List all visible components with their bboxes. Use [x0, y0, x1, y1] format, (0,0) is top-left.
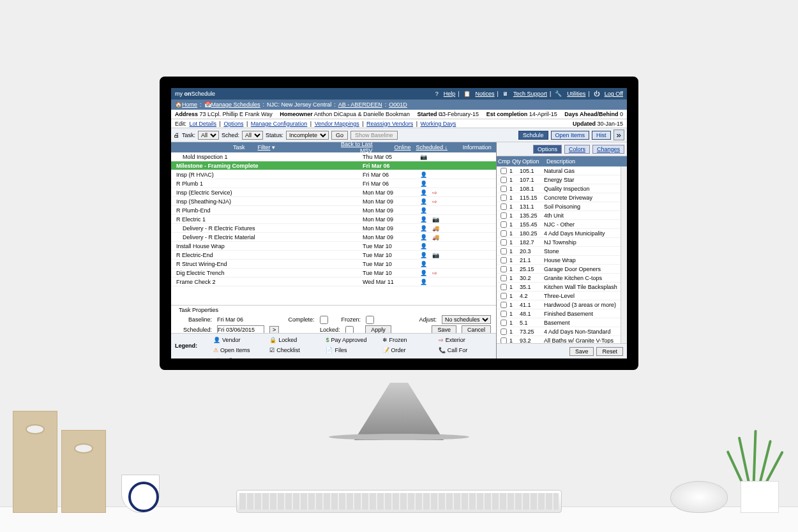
option-row[interactable]: 141.1Hardwood (3 areas or more)	[497, 300, 627, 309]
tab-changes[interactable]: Changes	[592, 145, 624, 154]
option-row[interactable]: 193.2All Baths w/ Granite V-Tops	[497, 336, 627, 343]
task-row[interactable]: R Struct Wiring-EndTue Mar 10👤	[171, 260, 496, 269]
task-list[interactable]: Mold Inspection 1Thu Mar 05📷Milestone - …	[171, 152, 496, 307]
task-filter-select[interactable]: All	[198, 131, 219, 140]
task-row[interactable]: Insp (R HVAC)Fri Mar 06👤	[171, 170, 496, 179]
option-complete-checkbox[interactable]	[501, 230, 507, 237]
option-complete-checkbox[interactable]	[501, 275, 507, 281]
task-row[interactable]: R Electric-EndTue Mar 10👤📷	[171, 251, 496, 260]
task-row[interactable]: Install House WrapTue Mar 10👤	[171, 242, 496, 251]
crumb-site[interactable]: AB - ABERDEEN	[338, 101, 382, 108]
tab-schedule[interactable]: Schdule	[518, 131, 548, 140]
task-name: R Struct Wiring-End	[174, 261, 363, 267]
option-row[interactable]: 1131.1Soil Poisoning	[497, 202, 627, 211]
option-row[interactable]: 1135.254th Unit	[497, 211, 627, 220]
utilities-link[interactable]: Utilities	[567, 91, 585, 97]
task-row[interactable]: Milestone - Framing CompleteFri Mar 06	[171, 161, 496, 170]
filter-link[interactable]: Filter	[258, 144, 271, 151]
tab-colors[interactable]: Colors	[564, 145, 590, 154]
option-row[interactable]: 1180.254 Add Days Municipality	[497, 229, 627, 238]
vendor-icon: 👤	[420, 261, 427, 267]
filter-icon[interactable]: ▾	[272, 144, 275, 151]
printer-icon[interactable]: 🖨	[174, 132, 179, 138]
option-complete-checkbox[interactable]	[501, 337, 507, 344]
adjust-select[interactable]: No schedules	[442, 315, 491, 324]
option-complete-checkbox[interactable]	[501, 239, 507, 246]
edit-link-vendor-mappings[interactable]: Vendor Mappings	[315, 121, 359, 127]
option-row[interactable]: 1108.1Quality Inspection	[497, 184, 627, 193]
option-row[interactable]: 125.15Garage Door Openers	[497, 265, 627, 274]
task-row[interactable]: Frame Check 2Wed Mar 11👤	[171, 277, 496, 286]
crumb-lot[interactable]: O001D	[389, 101, 407, 108]
task-row[interactable]: Insp (Electric Service)Mon Mar 09👤⇨	[171, 188, 496, 197]
task-row[interactable]: R Plumb 1Fri Mar 06👤	[171, 179, 496, 188]
option-complete-checkbox[interactable]	[501, 168, 507, 174]
option-complete-checkbox[interactable]	[501, 302, 507, 308]
options-reset-button[interactable]: Reset	[596, 347, 623, 356]
sched-filter-select[interactable]: All	[242, 131, 263, 140]
crumb-manage[interactable]: Manage Schedules	[211, 101, 260, 108]
option-complete-checkbox[interactable]	[501, 248, 507, 255]
task-row[interactable]: R Plumb-EndMon Mar 09👤	[171, 206, 496, 215]
show-baseline-button[interactable]: Show Baseline	[350, 131, 398, 140]
edit-link-reassign-vendors[interactable]: Reassign Vendors	[366, 121, 413, 127]
crumb-home[interactable]: Home	[182, 101, 197, 108]
tab-open-items[interactable]: Open Items	[551, 131, 590, 140]
option-row[interactable]: 121.1House Wrap	[497, 256, 627, 265]
options-list[interactable]: 1105.1Natural Gas1107.1Energy Star1108.1…	[497, 166, 627, 343]
notices-link[interactable]: Notices	[476, 91, 495, 97]
edit-link-manage-configuration[interactable]: Manage Configuration	[251, 121, 308, 127]
option-complete-checkbox[interactable]	[501, 186, 507, 192]
option-row[interactable]: 148.1Finished Basement	[497, 309, 627, 318]
col-scheduled[interactable]: Scheduled ↓	[416, 144, 448, 151]
col-online[interactable]: Online	[394, 144, 410, 151]
option-complete-checkbox[interactable]	[501, 320, 507, 326]
scrollbar[interactable]	[621, 166, 627, 343]
option-complete-checkbox[interactable]	[501, 284, 507, 290]
complete-checkbox[interactable]	[320, 316, 328, 324]
option-row[interactable]: 1105.1Natural Gas	[497, 166, 627, 175]
task-row[interactable]: Insp (Sheathing-NJA)Mon Mar 09👤⇨	[171, 197, 496, 206]
option-row[interactable]: 15.1Basement	[497, 318, 627, 327]
edit-link-options[interactable]: Options	[223, 121, 243, 127]
expand-right-arrow[interactable]: »	[614, 129, 624, 140]
option-complete-checkbox[interactable]	[501, 212, 507, 219]
option-complete-checkbox[interactable]	[501, 311, 507, 317]
logoff-link[interactable]: Log Off	[605, 91, 623, 97]
option-row[interactable]: 14.2Three-Level	[497, 292, 627, 300]
option-complete-checkbox[interactable]	[501, 221, 507, 228]
option-row[interactable]: 120.3Stone	[497, 247, 627, 256]
option-row[interactable]: 1182.7NJ Township	[497, 238, 627, 247]
edit-link-lot-details[interactable]: Lot Details	[190, 121, 217, 127]
option-complete-checkbox[interactable]	[501, 329, 507, 335]
edit-link-working-days[interactable]: Working Days	[420, 121, 456, 127]
back-to-last-msv-link[interactable]: Back to Last MSV	[341, 141, 373, 154]
tab-options[interactable]: Options	[533, 145, 562, 154]
option-row[interactable]: 130.2Granite Kitchen C-tops	[497, 274, 627, 283]
option-complete-checkbox[interactable]	[501, 177, 507, 183]
prop-mug	[121, 475, 160, 513]
option-desc: 4th Unit	[544, 212, 626, 219]
tech-support-link[interactable]: Tech Support	[513, 91, 547, 97]
task-row[interactable]: Delivery - R Electric MaterialMon Mar 09…	[171, 233, 496, 242]
option-row[interactable]: 1107.1Energy Star	[497, 175, 627, 184]
option-row[interactable]: 135.1Kitchen Wall Tile Backsplash	[497, 283, 627, 292]
option-row[interactable]: 1115.15Concrete Driveway	[497, 193, 627, 202]
help-link[interactable]: Help	[444, 91, 456, 97]
task-row[interactable]: Dig Electric TrenchTue Mar 10👤⇨	[171, 269, 496, 277]
option-complete-checkbox[interactable]	[501, 293, 507, 299]
status-filter-select[interactable]: Incomplete	[286, 131, 329, 140]
option-complete-checkbox[interactable]	[501, 195, 507, 201]
tab-history[interactable]: Hist	[592, 131, 611, 140]
options-save-button[interactable]: Save	[569, 347, 594, 356]
option-complete-checkbox[interactable]	[501, 257, 507, 263]
option-complete-checkbox[interactable]	[501, 266, 507, 272]
task-row[interactable]: R Electric 1Mon Mar 09👤📷	[171, 215, 496, 224]
go-button[interactable]: Go	[331, 131, 348, 140]
frozen-checkbox[interactable]	[366, 316, 374, 324]
task-row[interactable]: Mold Inspection 1Thu Mar 05📷	[171, 152, 496, 161]
option-complete-checkbox[interactable]	[501, 203, 507, 210]
option-row[interactable]: 173.254 Add Days Non-Standard	[497, 327, 627, 336]
option-row[interactable]: 1155.45NJC - Other	[497, 220, 627, 229]
task-row[interactable]: Delivery - R Electric FixturesMon Mar 09…	[171, 224, 496, 233]
